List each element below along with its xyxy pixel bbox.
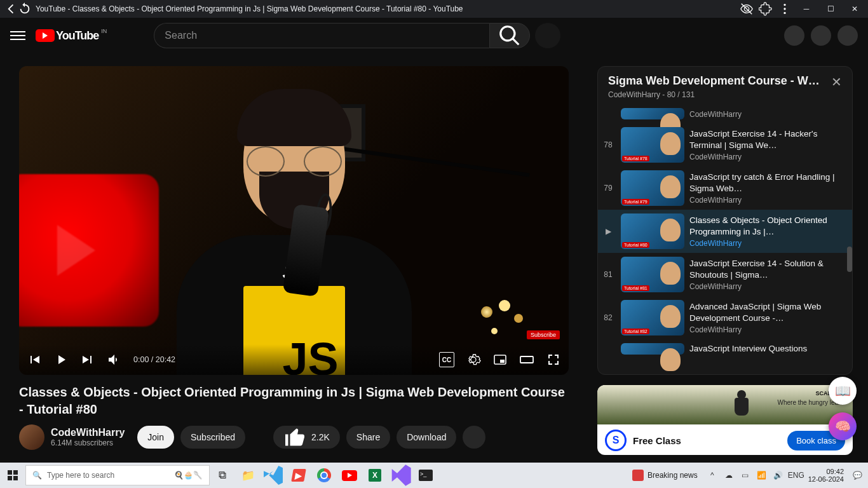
playlist-item-title: JavaScript Exercise 14 - Hacker's Termin…: [689, 128, 847, 151]
window-close-button[interactable]: ✕: [845, 4, 864, 13]
visual-studio-icon[interactable]: [388, 463, 413, 488]
header-skeleton-button[interactable]: [837, 25, 858, 46]
search-button[interactable]: [489, 23, 530, 48]
incognito-eye-icon[interactable]: [740, 2, 754, 16]
tray-onedrive-icon[interactable]: ☁: [722, 471, 736, 480]
playlist-item-title: Advanced JavaScript | Sigma Web Developm…: [689, 301, 847, 323]
time-display: 0:00 / 20:42: [133, 355, 175, 364]
settings-button[interactable]: [466, 352, 481, 367]
bokeh-lights: [481, 306, 492, 318]
header-skeleton-button[interactable]: [784, 25, 804, 46]
playlist-item-thumbnail: Tutorial #79: [621, 170, 684, 206]
excel-icon[interactable]: X: [362, 463, 388, 488]
tray-notifications-icon[interactable]: 💬: [850, 471, 864, 480]
task-view-button[interactable]: ⧉: [210, 463, 235, 488]
subscribed-button[interactable]: Subscribed: [180, 426, 245, 449]
playlist-item[interactable]: 81 Tutorial #81 JavaScript Exercise 14 -…: [598, 253, 852, 296]
browser-reload-button[interactable]: [18, 2, 32, 16]
playlist-item[interactable]: 82 Tutorial #82 Advanced JavaScript | Si…: [598, 296, 852, 339]
subscribe-watermark[interactable]: Subscribe: [527, 330, 560, 339]
playlist-item-channel: CodeWithHarry: [689, 282, 847, 291]
voice-search-button[interactable]: [535, 23, 560, 48]
playlist-item-index: ▶: [600, 227, 616, 236]
tray-clock[interactable]: 09:42 12-06-2024: [804, 468, 848, 483]
playlist-item-title: JavaScript Interview Questions: [689, 343, 847, 355]
video-title: Classes & Objects - Object Oriented Prog…: [19, 384, 569, 418]
windows-taskbar: 🔍 Type here to search 🍳🧁🥄 ⧉ 📁 ▶ X >_ Bre…: [0, 463, 868, 488]
vscode-icon[interactable]: [261, 463, 286, 488]
playlist-item-index: 79: [600, 184, 616, 193]
playlist-panel: Sigma Web Development Course - W… CodeWi…: [597, 66, 853, 375]
youtube-logo[interactable]: YouTube IN: [36, 29, 105, 43]
chrome-icon[interactable]: [311, 463, 337, 488]
window-maximize-button[interactable]: ☐: [821, 4, 840, 13]
playlist-item[interactable]: ▶ Tutorial #80 Classes & Objects - Objec…: [598, 210, 852, 253]
like-count: 2.2K: [311, 432, 330, 442]
channel-name[interactable]: CodeWithHarry: [51, 427, 125, 438]
news-widget[interactable]: Breaking news: [627, 470, 703, 481]
video-player[interactable]: JS JS Subscribe 0:00 / 20:42: [19, 66, 569, 375]
svg-rect-5: [520, 356, 533, 363]
playlist-item[interactable]: 79 Tutorial #79 JavaScript try catch & E…: [598, 166, 852, 210]
taskbar-search-deco: 🍳🧁🥄: [174, 471, 203, 480]
playlist-scrollbar[interactable]: [847, 247, 852, 272]
youtube-header: YouTube IN Search: [0, 18, 868, 53]
ai-fab-button[interactable]: 🧠: [829, 412, 857, 440]
browser-tab-title: YouTube - Classes & Objects - Object Ori…: [36, 4, 740, 13]
header-skeleton-button[interactable]: [811, 25, 831, 46]
more-actions-button[interactable]: [463, 426, 485, 449]
like-button[interactable]: 2.2K: [273, 426, 340, 449]
playlist-item-thumbnail: Tutorial #80: [621, 214, 684, 249]
share-button[interactable]: Share: [346, 426, 390, 449]
video-meta-row: CodeWithHarry 6.14M subscribers Join Sub…: [19, 424, 582, 450]
play-button[interactable]: [53, 352, 69, 367]
youtube-taskbar-icon[interactable]: [337, 463, 362, 488]
terminal-icon[interactable]: >_: [413, 463, 438, 488]
playlist-close-button[interactable]: ✕: [831, 74, 842, 90]
taskbar-search[interactable]: 🔍 Type here to search 🍳🧁🥄: [25, 465, 210, 485]
youtube-country-code: IN: [101, 28, 107, 34]
playlist-item[interactable]: CodeWithHarry: [598, 107, 852, 123]
tray-wifi-icon[interactable]: 📶: [755, 471, 769, 480]
channel-avatar[interactable]: [19, 424, 44, 450]
guide-menu-button[interactable]: [10, 28, 25, 43]
tray-meet-icon[interactable]: ▭: [738, 471, 752, 480]
ad-title: Free Class: [633, 435, 681, 446]
youtube-play-icon: [36, 29, 55, 42]
file-explorer-icon[interactable]: 📁: [235, 463, 261, 488]
next-button[interactable]: [80, 352, 95, 367]
previous-button[interactable]: [27, 352, 42, 367]
playlist-item-title: JavaScript Exercise 14 - Solution & Shou…: [689, 258, 847, 280]
playlist-item[interactable]: 78 Tutorial #78 JavaScript Exercise 14 -…: [598, 123, 852, 166]
browser-menu-icon[interactable]: [778, 2, 792, 16]
playlist-item-thumbnail: Tutorial #81: [621, 257, 684, 292]
playlist-title[interactable]: Sigma Web Development Course - W…: [608, 74, 826, 88]
ad-logo-icon: S: [605, 430, 627, 451]
ad-card[interactable]: SCALER ▸ Where the hungry learn S Free C…: [597, 385, 853, 455]
volume-button[interactable]: [107, 352, 122, 367]
search-icon: 🔍: [32, 471, 42, 480]
fullscreen-button[interactable]: [546, 352, 561, 367]
playlist-item-channel: CodeWithHarry: [689, 325, 847, 334]
captions-button[interactable]: CC: [439, 352, 454, 367]
extensions-icon[interactable]: [759, 2, 773, 16]
start-button[interactable]: [0, 463, 25, 488]
download-button[interactable]: Download: [397, 426, 456, 449]
playlist-items-list[interactable]: CodeWithHarry 78 Tutorial #78 JavaScript…: [598, 107, 852, 374]
browser-back-button[interactable]: [4, 2, 18, 16]
anydesk-icon[interactable]: ▶: [286, 463, 311, 488]
playlist-item-title: Classes & Objects - Object Oriented Prog…: [689, 215, 847, 237]
tray-volume-icon[interactable]: 🔊: [771, 471, 785, 480]
window-minimize-button[interactable]: ─: [797, 4, 816, 13]
playlist-item[interactable]: JavaScript Interview Questions: [598, 339, 852, 358]
player-controls: 0:00 / 20:42 CC: [19, 344, 569, 375]
reader-fab-button[interactable]: 📖: [829, 377, 857, 405]
theater-mode-button[interactable]: [519, 352, 534, 367]
tray-chevron-icon[interactable]: ^: [705, 471, 719, 480]
playlist-item-channel: CodeWithHarry: [689, 152, 847, 161]
search-input[interactable]: Search: [154, 23, 489, 48]
svg-rect-4: [500, 360, 505, 363]
tray-language[interactable]: ENG: [788, 471, 802, 480]
join-button[interactable]: Join: [137, 426, 174, 449]
miniplayer-button[interactable]: [492, 352, 508, 367]
